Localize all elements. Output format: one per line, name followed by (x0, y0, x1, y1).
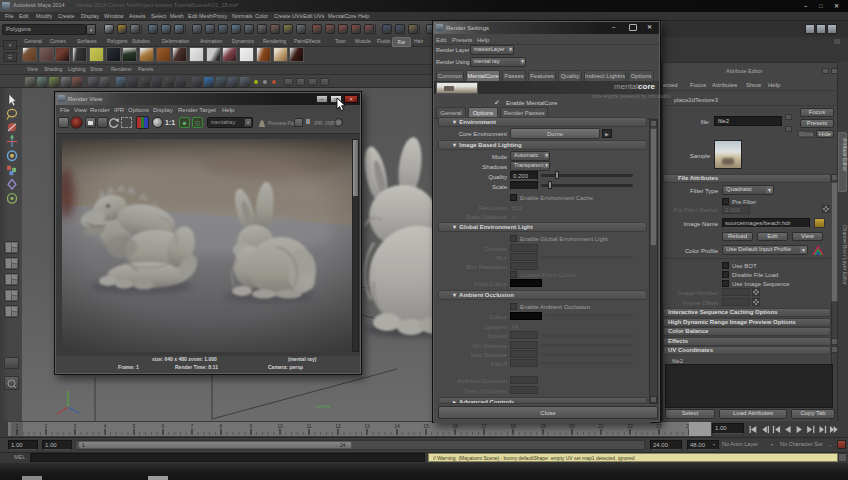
svg-text:16: 16 (452, 423, 458, 429)
svg-text:13: 13 (364, 423, 370, 429)
svg-text:10: 10 (277, 423, 283, 429)
svg-text:11: 11 (306, 423, 311, 429)
svg-text:17: 17 (481, 423, 487, 429)
svg-text:20: 20 (569, 423, 575, 429)
svg-text:5: 5 (133, 423, 136, 429)
svg-text:21: 21 (598, 423, 604, 429)
svg-text:22: 22 (627, 423, 633, 429)
svg-text:9: 9 (250, 423, 253, 429)
svg-text:19: 19 (540, 423, 546, 429)
svg-text:4: 4 (104, 423, 107, 429)
svg-text:1: 1 (16, 423, 19, 429)
svg-text:23: 23 (656, 423, 662, 429)
svg-text:12: 12 (335, 423, 341, 429)
svg-text:8: 8 (220, 423, 223, 429)
svg-text:18: 18 (510, 423, 516, 429)
svg-text:14: 14 (394, 423, 400, 429)
svg-text:7: 7 (191, 423, 194, 429)
svg-text:6: 6 (162, 423, 165, 429)
svg-text:2: 2 (45, 423, 48, 429)
svg-text:15: 15 (423, 423, 429, 429)
svg-text:3: 3 (74, 423, 77, 429)
